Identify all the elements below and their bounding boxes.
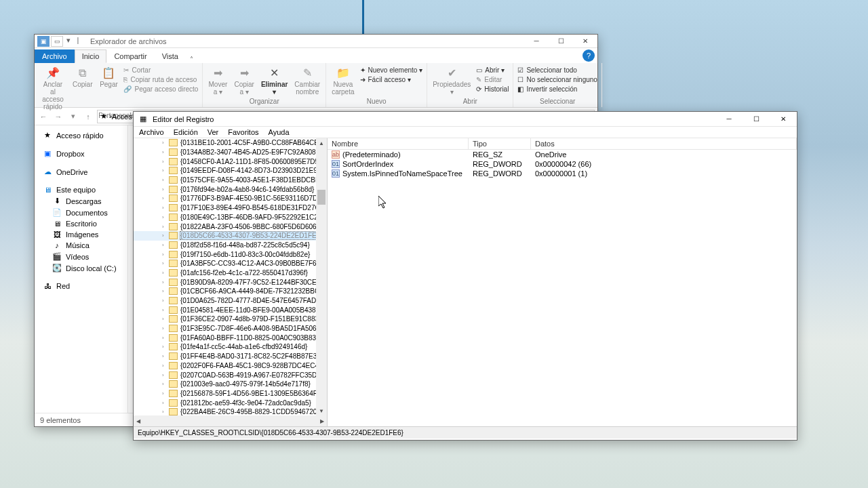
tree-key-row[interactable]: ›{01B90D9A-8209-47F7-9C52-E1244BF30CED} [134, 277, 327, 287]
qat-props-icon[interactable]: ▭ [51, 36, 63, 47]
tree-key-row[interactable]: ›{0180E49C-13BF-46DB-9AFD-9F52292E1C22} [134, 213, 327, 222]
menu-ayuda[interactable]: Ayuda [269, 128, 290, 136]
scroll-left-icon[interactable]: ◀ [134, 415, 143, 426]
qat-customize-icon[interactable]: ▾ [64, 36, 73, 47]
tree-key-row[interactable]: ›{01F3E95C-7D8F-46e6-A408-9BA5D1FA5067} [134, 324, 327, 333]
properties-button[interactable]: ✔Propiedades ▾ [430, 64, 473, 97]
nav-recent-button[interactable]: ▾ [67, 110, 79, 123]
tree-key-row[interactable]: ›{01822ABA-23F0-4506-9BBC-680F5D6D606C} [134, 222, 327, 231]
scroll-right-icon[interactable]: ▶ [317, 415, 327, 426]
new-folder-button[interactable]: 📁Nueva carpeta [329, 64, 357, 97]
menu-favoritos[interactable]: Favoritos [228, 128, 258, 136]
cut-button[interactable]: ✂Cortar [122, 66, 199, 75]
tree-key-row[interactable]: ›{01CBCF66-A9CA-4449-84DE-7F321232BBC7} [134, 287, 327, 296]
col-type[interactable]: Tipo [469, 138, 531, 149]
regedit-tree-vscroll[interactable]: ▲ ▼ [316, 138, 327, 415]
sidebar-this-pc[interactable]: 🖥Este equipo [37, 184, 125, 195]
sidebar-videos[interactable]: 🎬Vídeos [37, 251, 125, 262]
move-to-button[interactable]: ➡Mover a ▾ [205, 64, 230, 97]
col-data[interactable]: Datos [531, 138, 797, 149]
tree-key-row[interactable]: ›{0149EEDF-D08F-4142-8D73-D23903D21E90} [134, 166, 327, 176]
regedit-close-button[interactable]: ✕ [770, 113, 797, 126]
menu-edicion[interactable]: Edición [174, 128, 198, 136]
select-all-button[interactable]: ☑Seleccionar todo [516, 66, 599, 75]
new-item-button[interactable]: ✦Nuevo elemento ▾ [359, 66, 425, 75]
qat-folder-icon[interactable]: ▣ [37, 36, 50, 47]
sidebar-music[interactable]: ♪Música [37, 240, 125, 251]
sidebar-pictures[interactable]: 🖼Imágenes [37, 229, 125, 240]
history-button[interactable]: ⟳Historial [475, 85, 510, 94]
tab-vista[interactable]: Vista [155, 49, 186, 63]
sidebar-onedrive[interactable]: ☁OneDrive [37, 166, 125, 178]
tab-compartir[interactable]: Compartir [106, 49, 154, 63]
explorer-minimize-button[interactable]: ─ [524, 35, 549, 47]
value-row[interactable]: 01SortOrderIndexREG_DWORD0x00000042 (66) [328, 159, 797, 169]
invert-selection-button[interactable]: ◧Invertir selección [516, 85, 599, 94]
regedit-maximize-button[interactable]: ☐ [743, 113, 770, 126]
easy-access-button[interactable]: ➜Fácil acceso ▾ [359, 75, 425, 84]
ribbon-collapse-icon[interactable]: ˄ [186, 56, 197, 63]
select-none-button[interactable]: ☐No seleccionar ninguno [516, 75, 599, 84]
tree-key-row[interactable]: ›{01575CFE-9A55-4003-A5E1-F38D1EBDCBE1} [134, 176, 327, 185]
paste-button[interactable]: 📋Pegar [96, 64, 121, 89]
sidebar-downloads[interactable]: ⬇Descargas [37, 195, 125, 207]
menu-ver[interactable]: Ver [208, 128, 219, 136]
nav-forward-button[interactable]: → [52, 110, 64, 123]
tab-archivo[interactable]: Archivo [35, 49, 75, 63]
tree-key-row[interactable]: ›{0207C0AD-563B-4919-A967-E0782FFC35D1} [134, 370, 327, 380]
explorer-titlebar[interactable]: ▣ ▭ ▾ | Explorador de archivos ─ ☐ ✕ [35, 35, 597, 48]
help-icon[interactable]: ? [583, 49, 595, 62]
regedit-minimize-button[interactable]: ─ [715, 113, 743, 126]
copy-button[interactable]: ⧉Copiar [70, 64, 95, 89]
tree-key-row[interactable]: ›{01F36CE2-0907-4d8b-979D-F151BE91C883} [134, 314, 327, 324]
tree-key-row[interactable]: ›{0131BE10-2001-4C5F-A9B0-CC88FAB64CE8} [134, 138, 327, 148]
scroll-thumb[interactable] [317, 190, 326, 205]
nav-up-button[interactable]: ↑ [82, 110, 94, 123]
sidebar-local-disk[interactable]: 💽Disco local (C:) [37, 262, 125, 274]
rename-button[interactable]: ✎Cambiar nombre [292, 64, 323, 97]
tree-key-row[interactable]: ›{021812bc-ae59-4f3c-9e04-72adc0ac9da5} [134, 398, 327, 407]
col-name[interactable]: Nombre [328, 138, 469, 149]
tree-key-row[interactable]: ›{01458CF0-A1A2-11D1-8F85-00600895E7D5} [134, 157, 327, 166]
tree-key-row[interactable]: ›{017F10E3-89E4-49F0-B545-618DE31FD27C} [134, 203, 327, 213]
sidebar-quick-access[interactable]: ★Acceso rápido [37, 129, 125, 141]
explorer-close-button[interactable]: ✕ [573, 35, 597, 47]
tree-key-row[interactable]: ›{01FF4E4B-8AD0-3171-8C82-5C2F48B87E3D} [134, 352, 327, 361]
tree-key-row[interactable]: ›{0134A8B2-3407-4B45-AD25-E9F7C92A808C} [134, 148, 327, 157]
tree-key-row[interactable]: ›{01fe4a1f-cc5c-44ab-a1e6-cfbd9249146d} [134, 342, 327, 352]
copy-to-button[interactable]: ➡Copiar a ▾ [231, 64, 256, 97]
paste-shortcut-button[interactable]: 🔗Pegar acceso directo [122, 85, 199, 94]
tab-inicio[interactable]: Inicio [75, 49, 107, 63]
sidebar-network[interactable]: 🖧Red [37, 281, 125, 291]
value-row[interactable]: ab(Predeterminado)REG_SZOneDrive [328, 150, 797, 159]
pin-button[interactable]: 📌Anclar al acceso rápido [37, 64, 68, 112]
tree-key-row[interactable]: ›{018D5C66-4533-4307-9B53-224DE2ED1FE6} [134, 231, 327, 241]
copy-path-button[interactable]: ⎘Copiar ruta de acceso [122, 75, 199, 84]
regedit-tree-hscroll[interactable]: ◀ ▶ [134, 415, 327, 426]
regedit-titlebar[interactable]: ▦ Editor del Registro ─ ☐ ✕ [134, 112, 797, 127]
tree-key-row[interactable]: ›{021003e9-aac0-4975-979f-14b5d4e717f8} [134, 380, 327, 389]
menu-archivo[interactable]: Archivo [139, 128, 164, 136]
tree-key-row[interactable]: ›{01FA60A0-BBFF-11D0-8825-00A0C903B83C} [134, 333, 327, 342]
scroll-down-icon[interactable]: ▼ [316, 406, 327, 415]
value-row[interactable]: 01System.IsPinnedToNameSpaceTreeREG_DWOR… [328, 169, 797, 178]
tree-key-row[interactable]: ›{02156878-59F1-4D56-9BE1-1309E5B6364F} [134, 389, 327, 399]
tree-key-row[interactable]: ›{019f7150-e6db-11d0-83c3-00c04fddb82e} [134, 249, 327, 259]
sidebar-desktop[interactable]: 🖥Escritorio [37, 218, 125, 229]
tree-key-row[interactable]: ›{01D0A625-782D-4777-8D4E-547E6457FAD5} [134, 296, 327, 306]
delete-button[interactable]: ✕Eliminar ▾ [258, 64, 290, 97]
tree-key-row[interactable]: ›{01776DF3-B9AF-4E50-9B1C-56E93116D7D4} [134, 194, 327, 203]
sidebar-dropbox[interactable]: ▣Dropbox [37, 148, 125, 159]
nav-back-button[interactable]: ← [37, 110, 50, 123]
tree-key-row[interactable]: ›{01E04581-4EEE-11d0-BFE9-00AA005B4383} [134, 305, 327, 314]
tree-key-row[interactable]: ›{0176fd94e-b02a-4ab8-94c6-149fdab56b8d} [134, 184, 327, 194]
tree-key-row[interactable]: ›{018f2d58-f16d-448a-bd87-225c8c5d5c94} [134, 241, 327, 250]
scroll-up-icon[interactable]: ▲ [316, 138, 327, 148]
open-button[interactable]: ▭Abrir ▾ [475, 66, 510, 75]
tree-key-row[interactable]: ›{01afc156-f2eb-4c1c-a722-8550417d396f} [134, 268, 327, 278]
tree-key-row[interactable]: ›{0202F0F6-FAAB-45C1-98C9-928B7DC4EC40} [134, 361, 327, 371]
tree-key-row[interactable]: ›{01A3BF5C-CC93-4C12-A4C3-09B0BBE7F63F} [134, 259, 327, 268]
explorer-maximize-button[interactable]: ☐ [549, 35, 573, 47]
edit-button[interactable]: ✎Editar [475, 75, 510, 84]
sidebar-documents[interactable]: 📄Documentos [37, 207, 125, 218]
